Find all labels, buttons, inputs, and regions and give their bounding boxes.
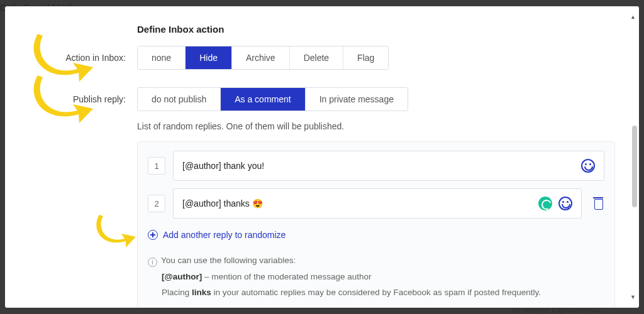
publish-reply-label: Publish reply:: [30, 94, 137, 104]
action-in-inbox-row: Action in Inbox: none Hide Archive Delet…: [30, 46, 614, 70]
reply-list-container: 1 [@author] thank you! 2 [@author] thank…: [137, 141, 615, 308]
reply-index: 1: [148, 157, 165, 175]
scroll-up-arrow[interactable]: ▲: [630, 14, 636, 20]
reply-text: [@author] thanks 😍: [182, 198, 263, 208]
reply-input[interactable]: [@author] thanks 😍: [173, 188, 582, 219]
hint-line3a: Placing: [162, 288, 192, 297]
hint-line3c: in your automatic replies may be conside…: [211, 288, 541, 297]
scrollbar-thumb[interactable]: [632, 126, 637, 207]
variables-hint: iYou can use the following variables: [@…: [148, 252, 604, 301]
section-title: Define Inbox action: [137, 24, 614, 35]
reply-list-intro: List of random replies. One of them will…: [137, 121, 614, 131]
action-option-flag[interactable]: Flag: [343, 46, 388, 69]
info-icon: i: [148, 257, 157, 267]
grammarly-icon[interactable]: [538, 197, 552, 210]
publish-reply-row: Publish reply: do not publish As a comme…: [30, 87, 614, 111]
hint-line1: You can use the following variables:: [161, 256, 296, 265]
reply-input[interactable]: [@author] thank you!: [173, 151, 604, 181]
delete-reply-icon[interactable]: [593, 197, 604, 210]
publish-option-private-message[interactable]: In private message: [306, 88, 408, 111]
action-option-delete[interactable]: Delete: [290, 46, 343, 69]
hint-line3b: links: [192, 288, 211, 297]
define-inbox-action-modal: ▲ ▼ Define Inbox action Action in Inbox:…: [5, 6, 639, 308]
hint-var-token: [@author]: [162, 272, 202, 281]
reply-row: 2 [@author] thanks 😍: [148, 188, 604, 219]
action-in-inbox-label: Action in Inbox:: [30, 53, 137, 63]
add-another-label: Add another reply to randomize: [163, 230, 286, 240]
emoji-picker-icon[interactable]: [558, 197, 572, 210]
emoji-picker-icon[interactable]: [581, 159, 595, 173]
action-option-archive[interactable]: Archive: [232, 46, 290, 69]
plus-circle-icon: [148, 230, 158, 240]
action-in-inbox-group: none Hide Archive Delete Flag: [137, 46, 389, 70]
action-option-none[interactable]: none: [138, 46, 186, 69]
reply-index: 2: [148, 195, 165, 212]
publish-reply-group: do not publish As a comment In private m…: [137, 87, 408, 111]
publish-option-as-comment[interactable]: As a comment: [221, 88, 305, 111]
scroll-down-arrow[interactable]: ▼: [630, 294, 636, 300]
reply-text: [@author] thank you!: [182, 161, 264, 171]
action-option-hide[interactable]: Hide: [186, 46, 232, 69]
add-another-reply-button[interactable]: Add another reply to randomize: [148, 230, 604, 240]
reply-row: 1 [@author] thank you!: [148, 151, 604, 181]
hint-var-desc: – mention of the moderated message autho…: [202, 272, 371, 281]
publish-option-do-not-publish[interactable]: do not publish: [138, 88, 221, 111]
